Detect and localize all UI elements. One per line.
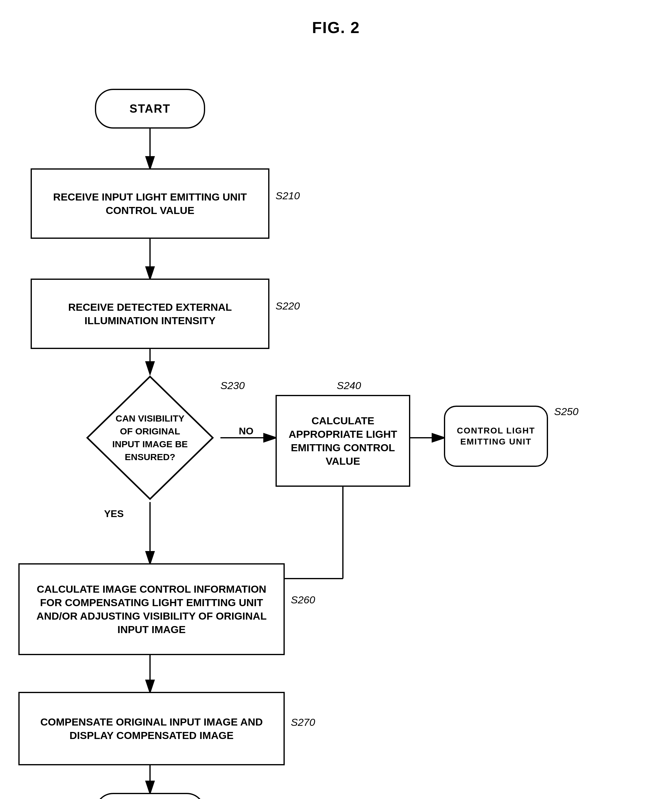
start-node: START — [95, 89, 205, 129]
s220-node: RECEIVE DETECTED EXTERNAL ILLUMINATION I… — [30, 278, 269, 349]
s260-label: S260 — [291, 594, 315, 606]
s260-node: CALCULATE IMAGE CONTROL INFORMATION FOR … — [18, 563, 285, 655]
s270-label: S270 — [291, 716, 315, 728]
s220-label: S220 — [275, 300, 300, 312]
s250-label: S250 — [554, 406, 578, 417]
page-title: FIG. 2 — [0, 0, 672, 49]
s210-node: RECEIVE INPUT LIGHT EMITTING UNIT CONTRO… — [30, 168, 269, 239]
s270-node: COMPENSATE ORIGINAL INPUT IMAGE AND DISP… — [18, 692, 285, 765]
s240-node: CALCULATE APPROPRIATE LIGHT EMITTING CON… — [275, 395, 410, 487]
s230-label: S230 — [221, 380, 245, 392]
end-node: END — [95, 793, 205, 799]
s230-node: CAN VISIBILITY OF ORIGINAL INPUT IMAGE B… — [86, 374, 214, 502]
s240-label: S240 — [337, 380, 361, 392]
s210-label: S210 — [275, 190, 300, 202]
no-label: NO — [239, 425, 253, 437]
yes-label: YES — [104, 508, 124, 519]
s250-node: CONTROL LIGHT EMITTING UNIT — [444, 406, 548, 467]
